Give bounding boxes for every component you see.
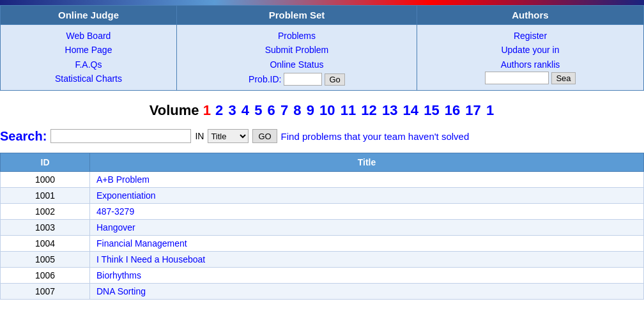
nav-col1-links: Web Board Home Page F.A.Qs Statistical C… [1,25,177,91]
authors-search-button[interactable]: Sea [551,72,575,84]
table-col-id: ID [1,153,90,171]
nav-link-update[interactable]: Update your in [424,43,637,57]
volume-link-13[interactable]: 13 [382,102,397,118]
problem-title: DNA Sorting [90,283,644,299]
problem-id: 1003 [1,219,90,235]
authors-search-input[interactable] [485,72,549,84]
volume-link-12[interactable]: 12 [361,102,376,118]
volume-link-10[interactable]: 10 [319,102,335,118]
problem-id: 1005 [1,251,90,267]
authors-search-row: Sea [424,72,637,84]
problem-title: Exponentiation [90,187,644,203]
volume-link-3[interactable]: 3 [228,102,236,118]
table-col-title: Title [90,153,644,171]
search-label: Search: [0,129,47,144]
problem-title: A+B Problem [90,171,644,187]
prob-go-button[interactable]: Go [325,73,344,86]
table-row: 1004Financial Management [1,235,644,251]
problem-id: 1007 [1,283,90,299]
find-text: Find problems that your team haven't sol… [281,131,470,142]
table-row: 1001Exponentiation [1,187,644,203]
problems-tbody: 1000A+B Problem1001Exponentiation1002487… [1,171,644,299]
nav-link-faqs[interactable]: F.A.Qs [7,57,170,72]
in-label: IN [195,131,204,141]
volume-link-2[interactable]: 2 [215,102,223,118]
volume-link-14[interactable]: 14 [403,102,418,118]
volume-link-1[interactable]: 1 [203,102,211,118]
volume-link-17[interactable]: 17 [465,102,480,118]
search-section: Search: IN Title Author Source GO Find p… [0,125,644,150]
table-row: 1005I Think I Need a Houseboat [1,251,644,267]
nav-table: Online Judge Problem Set Authors Web Boa… [0,5,644,91]
table-row: 1003Hangover [1,219,644,235]
volume-link-4[interactable]: 4 [241,102,249,118]
nav-col3-header: Authors [417,6,643,25]
volume-link-5[interactable]: 5 [254,102,262,118]
problem-title-link[interactable]: Financial Management [96,238,187,249]
problem-title: 487-3279 [90,203,644,219]
problem-title: Biorhythms [90,267,644,283]
problem-title-link[interactable]: 487-3279 [96,206,134,217]
problem-title: Financial Management [90,235,644,251]
search-go-button[interactable]: GO [252,129,277,143]
problem-title-link[interactable]: Hangover [96,222,135,233]
nav-link-homepage[interactable]: Home Page [7,43,170,57]
nav-link-register[interactable]: Register [424,29,637,43]
volume-link-16[interactable]: 16 [445,102,460,118]
problem-title-link[interactable]: DNA Sorting [96,286,146,296]
volume-section: Volume 1 2 3 4 5 6 7 8 9 10 11 12 13 14 … [0,91,644,125]
problem-title: I Think I Need a Houseboat [90,251,644,267]
nav-col2-links: Problems Submit Problem Online Status Pr… [176,25,417,91]
problem-id: 1002 [1,203,90,219]
problem-title-link[interactable]: A+B Problem [96,174,150,185]
table-row: 1000A+B Problem [1,171,644,187]
nav-link-statistical[interactable]: Statistical Charts [7,72,170,86]
problem-title-link[interactable]: Exponentiation [96,190,156,201]
nav-col1-header: Online Judge [1,6,177,25]
nav-link-ranklist[interactable]: Authors ranklis [424,57,637,72]
nav-link-problems[interactable]: Problems [183,29,410,43]
prob-id-row: Prob.ID: Go [183,73,410,86]
nav-link-submit[interactable]: Submit Problem [183,43,410,57]
top-banner [0,0,644,5]
volume-link-more[interactable]: 1 [486,102,494,118]
volume-link-8[interactable]: 8 [293,102,301,118]
nav-col2-header: Problem Set [176,6,417,25]
volume-link-6[interactable]: 6 [268,102,275,118]
problem-id: 1004 [1,235,90,251]
nav-col3-links: Register Update your in Authors ranklis … [417,25,643,91]
table-row: 1007DNA Sorting [1,283,644,299]
search-input[interactable] [50,129,191,143]
problem-id: 1006 [1,267,90,283]
table-row: 1002487-3279 [1,203,644,219]
problem-id: 1000 [1,171,90,187]
title-select[interactable]: Title Author Source [208,129,249,143]
prob-id-label: Prob.ID: [249,74,281,84]
problem-title-link[interactable]: I Think I Need a Houseboat [96,254,205,264]
problems-table: ID Title 1000A+B Problem1001Exponentiati… [0,153,644,300]
volume-link-7[interactable]: 7 [280,102,288,118]
volume-link-11[interactable]: 11 [341,102,356,118]
prob-id-input[interactable] [284,73,322,86]
nav-link-webboard[interactable]: Web Board [7,29,170,43]
volume-link-15[interactable]: 15 [424,102,439,118]
problem-title: Hangover [90,219,644,235]
nav-link-status[interactable]: Online Status [183,57,410,72]
problem-title-link[interactable]: Biorhythms [96,270,141,280]
volume-label: Volume [150,102,199,118]
table-row: 1006Biorhythms [1,267,644,283]
volume-link-9[interactable]: 9 [307,102,314,118]
problem-id: 1001 [1,187,90,203]
